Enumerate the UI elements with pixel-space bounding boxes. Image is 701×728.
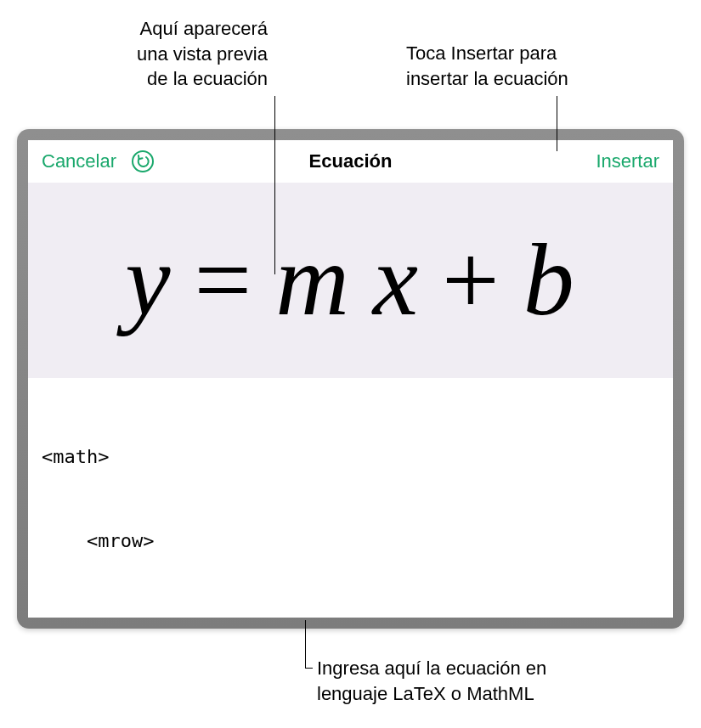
- dialog-title: Ecuación: [309, 150, 393, 172]
- code-line: <mi>y</mi>: [42, 611, 659, 618]
- eq-term-plus: +: [442, 229, 501, 331]
- toolbar: Cancelar Ecuación Insertar: [28, 140, 673, 183]
- cancel-button[interactable]: Cancelar: [42, 150, 116, 172]
- eq-term-b: b: [523, 229, 576, 331]
- equation-code-input[interactable]: <math> <mrow> <mi>y</mi> <mo>=</mo> <mi>…: [28, 378, 673, 618]
- eq-term-eq: =: [194, 229, 253, 331]
- callout-leader: [305, 668, 313, 669]
- eq-term-y: y: [125, 229, 172, 331]
- callout-code: Ingresa aquí la ecuación en lenguaje LaT…: [317, 656, 674, 706]
- equation-preview: y = m x + b: [28, 183, 673, 378]
- callout-preview: Aquí aparecerá una vista previa de la ec…: [76, 16, 268, 92]
- callout-insert: Toca Insertar para insertar la ecuación: [406, 41, 670, 91]
- code-line: <mrow>: [42, 527, 659, 555]
- equation-rendered: y = m x + b: [125, 229, 576, 331]
- svg-point-0: [133, 151, 153, 172]
- eq-term-x: x: [373, 229, 420, 331]
- equation-dialog: Cancelar Ecuación Insertar y = m x + b: [17, 129, 684, 629]
- insert-button[interactable]: Insertar: [596, 150, 659, 172]
- eq-term-m: m: [275, 229, 351, 331]
- equation-dialog-inner: Cancelar Ecuación Insertar y = m x + b: [28, 140, 673, 618]
- callout-leader: [557, 96, 557, 151]
- callout-leader: [305, 620, 306, 669]
- code-line: <math>: [42, 443, 659, 471]
- callout-leader: [274, 96, 275, 274]
- undo-icon[interactable]: [130, 149, 155, 174]
